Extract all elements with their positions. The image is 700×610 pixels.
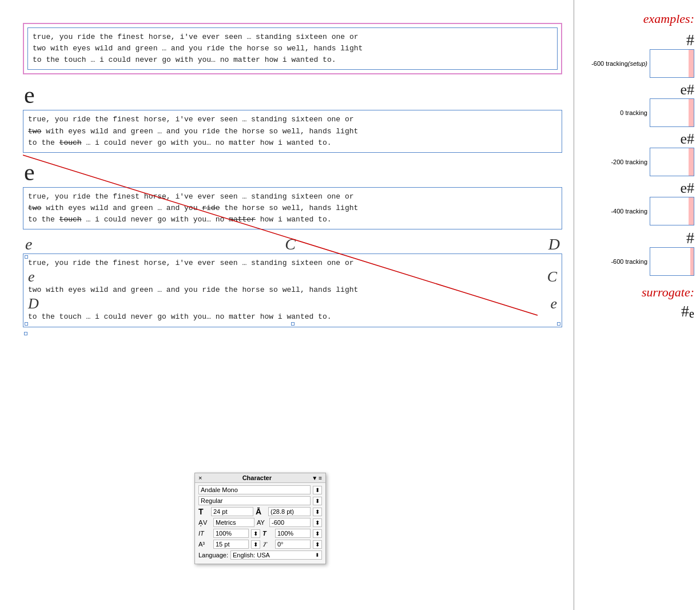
font-name-stepper[interactable]: ⬍: [313, 486, 322, 494]
para4-line1: true, you ride the finest horse, i've ev…: [28, 258, 557, 270]
glyph-hash-5: #: [686, 229, 694, 247]
label-e-bot: e: [550, 296, 557, 311]
example-box-3-fill: [689, 148, 694, 176]
font-style-row: ⬍: [198, 496, 322, 505]
example-box-2: [650, 98, 694, 127]
glyph-e-hash-2: e#: [680, 81, 694, 98]
baseline-input[interactable]: 15 pt: [213, 540, 249, 549]
section-3-text: true, you ride the finest horse, i've ev…: [23, 187, 562, 229]
example-box-3: [650, 148, 694, 176]
example-box-4-fill: [689, 197, 694, 225]
char-panel-titlebar: × Character ▼ ≡: [195, 473, 325, 483]
scale-v-icon: T: [262, 530, 273, 537]
language-chevron: ⬍: [315, 552, 320, 558]
scale-row: IT 100% ⬍ T 100% ⬍: [198, 529, 322, 538]
kerning-label-icon: AY: [257, 519, 267, 526]
scale-h-stepper[interactable]: ⬍: [251, 529, 260, 538]
examples-title: examples:: [583, 11, 694, 26]
example-label-2: 0 tracking: [620, 109, 647, 116]
label-e-mid: e: [28, 270, 35, 284]
scale-h-input[interactable]: 100%: [213, 529, 249, 538]
tracking-row: A̦V Metrics AY -600 ⬍: [198, 518, 322, 527]
bezier-labels-mid: e C: [28, 270, 557, 284]
size-icon: T: [198, 507, 209, 516]
main-canvas: true, you ride the finest horse, i've ev…: [0, 0, 574, 610]
surrogate-title: surrogate:: [583, 285, 694, 300]
char-panel-menu-btn[interactable]: ▼: [312, 475, 317, 481]
skew-stepper[interactable]: ⬍: [313, 540, 322, 549]
glyph-e-hash-3: e#: [680, 130, 694, 148]
language-select[interactable]: English: USA ⬍: [230, 550, 322, 560]
para4-line2: two with eyes wild and green … and you r…: [28, 284, 557, 296]
hash-row-5: #: [686, 229, 694, 247]
example-item-5: # -600 tracking: [583, 229, 694, 276]
hash-row-3: e#: [680, 130, 694, 148]
baseline-stepper[interactable]: ⬍: [251, 540, 260, 549]
example-label-5: -600 tracking: [611, 258, 647, 265]
example-box-4: [650, 197, 694, 225]
bezier-labels-bot: D e: [28, 296, 557, 311]
font-name-row: ⬍: [198, 485, 322, 494]
para-text-2: true, you ride the finest horse, i've ev…: [28, 115, 358, 146]
surrogate-glyph: #: [681, 302, 689, 320]
language-label: Language:: [198, 552, 228, 558]
section-4-text: true, you ride the finest horse, i've ev…: [23, 253, 562, 327]
hash-row-4: e#: [680, 180, 694, 197]
bezier-bottom-space: [23, 327, 562, 336]
example-box-5-fill: [690, 248, 694, 275]
scale-v-input[interactable]: 100%: [275, 529, 311, 538]
example-item-3: e# -200 tracking: [583, 130, 694, 176]
section-3: e true, you ride the finest horse, i've …: [23, 159, 562, 229]
example-box-1-fill: [689, 50, 694, 77]
leading-stepper[interactable]: ⬍: [313, 508, 322, 516]
glyph-e-2: e: [24, 159, 562, 186]
hash-row-2: e#: [680, 81, 694, 98]
right-panel: examples: # -600 tracking(setup) e# 0 tr…: [574, 0, 700, 610]
para4-line3: to the touch … i could never go with you…: [28, 311, 557, 323]
font-style-input[interactable]: [198, 496, 311, 505]
example-row-5: -600 tracking: [611, 247, 694, 276]
char-panel-title: Character: [242, 474, 272, 481]
example-item-4: e# -400 tracking: [583, 180, 694, 225]
leading-icon: Ā: [256, 507, 266, 516]
example-label-3: -200 tracking: [611, 159, 647, 165]
tracking-label-icon: A̦V: [198, 519, 211, 526]
tracking-stepper[interactable]: ⬍: [313, 518, 322, 527]
ctrl-pt-br: [557, 322, 560, 326]
tracking-value-input[interactable]: -600: [269, 518, 311, 527]
example-item-2: e# 0 tracking: [583, 81, 694, 127]
language-row: Language: English: USA ⬍: [198, 550, 322, 560]
leading-spinbox[interactable]: (28.8 pt): [268, 507, 311, 516]
char-panel-close-btn[interactable]: ×: [198, 474, 202, 481]
bezier-labels-top: e C D: [23, 235, 562, 253]
baseline-skew-row: A³ 15 pt ⬍ 𝑇 0° ⬍: [198, 540, 322, 549]
section-2: e true, you ride the finest horse, i've …: [23, 81, 562, 152]
character-panel: × Character ▼ ≡ ⬍ ⬍ T 24 pt: [194, 473, 326, 564]
skew-input[interactable]: 0°: [275, 540, 311, 549]
section-2-text: true, you ride the finest horse, i've ev…: [23, 110, 562, 152]
example-item-1: # -600 tracking(setup): [583, 31, 694, 78]
glyph-hash-1: #: [686, 31, 694, 49]
glyph-e-hash-4: e#: [680, 180, 694, 197]
font-name-input[interactable]: [198, 485, 311, 494]
scale-v-stepper[interactable]: ⬍: [313, 529, 322, 538]
example-row-4: -400 tracking: [611, 197, 694, 225]
surrogate-e-glyph: e: [689, 307, 694, 320]
glyph-e-1: e: [24, 81, 562, 109]
surrogate-hash-row: # e: [681, 302, 694, 320]
label-e-top: e: [25, 235, 32, 253]
example-box-5: [650, 247, 694, 276]
size-spinbox[interactable]: 24 pt: [211, 507, 253, 516]
font-style-stepper[interactable]: ⬍: [313, 497, 322, 505]
tracking-type-select[interactable]: Metrics: [213, 518, 254, 527]
para-text-1: true, you ride the finest horse, i've ev…: [33, 33, 363, 64]
scale-h-icon: IT: [198, 530, 211, 537]
section-4: e C D true, you ride the finest horse, i…: [23, 235, 562, 336]
example-row-3: -200 tracking: [611, 148, 694, 176]
hash-row-1: #: [686, 31, 694, 49]
ctrl-pt-bl: [25, 322, 28, 326]
example-box-2-fill: [689, 99, 694, 126]
char-panel-collapse-btn[interactable]: ≡: [319, 475, 322, 481]
section-1-text: true, you ride the finest horse, i've ev…: [27, 27, 558, 70]
label-c-top: C: [285, 235, 296, 253]
